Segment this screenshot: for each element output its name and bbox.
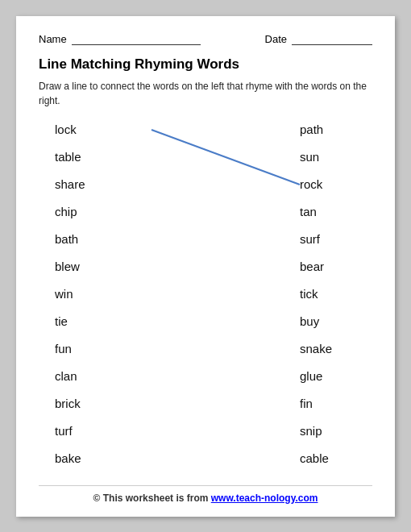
name-underline [72,32,201,45]
left-word-7: tie [55,308,152,335]
header-row: Name Date [39,32,372,45]
right-word-2: rock [300,171,364,198]
svg-line-0 [152,130,300,185]
date-field: Date [265,32,372,45]
date-underline [292,32,372,45]
right-word-10: fin [300,390,364,418]
left-word-12: bake [55,445,152,472]
left-word-2: share [55,171,152,198]
left-word-1: table [55,143,152,171]
right-word-0: path [300,116,364,143]
name-label: Name [39,33,67,45]
right-word-5: bear [300,253,364,281]
page-title: Line Matching Rhyming Words [39,56,372,73]
date-label: Date [265,33,287,45]
footer: © This worksheet is from www.teach-nolog… [39,485,372,504]
instructions-text: Draw a line to connect the words on the … [39,79,372,108]
left-word-4: bath [55,226,152,253]
footer-link[interactable]: www.teach-nology.com [211,493,318,504]
left-word-10: brick [55,390,152,418]
left-word-8: fun [55,335,152,363]
right-word-6: tick [300,281,364,308]
left-word-11: turf [55,418,152,445]
words-section: locktablesharechipbathblewwintiefunclanb… [55,116,364,472]
right-word-3: tan [300,198,364,226]
right-word-12: cable [300,445,364,472]
worksheet-page: Name Date Line Matching Rhyming Words Dr… [16,16,395,517]
left-word-3: chip [55,198,152,226]
right-word-8: snake [300,335,364,363]
name-field: Name [39,32,201,45]
right-word-4: surf [300,226,364,253]
left-word-9: clan [55,363,152,390]
left-word-5: blew [55,253,152,281]
left-column: locktablesharechipbathblewwintiefunclanb… [55,116,152,472]
right-column: pathsunrocktansurfbeartickbuysnakegluefi… [300,116,364,472]
right-word-9: glue [300,363,364,390]
right-word-11: snip [300,418,364,445]
right-word-1: sun [300,143,364,171]
footer-text: © This worksheet is from www.teach-nolog… [93,493,318,504]
left-word-6: win [55,281,152,308]
left-word-0: lock [55,116,152,143]
right-word-7: buy [300,308,364,335]
